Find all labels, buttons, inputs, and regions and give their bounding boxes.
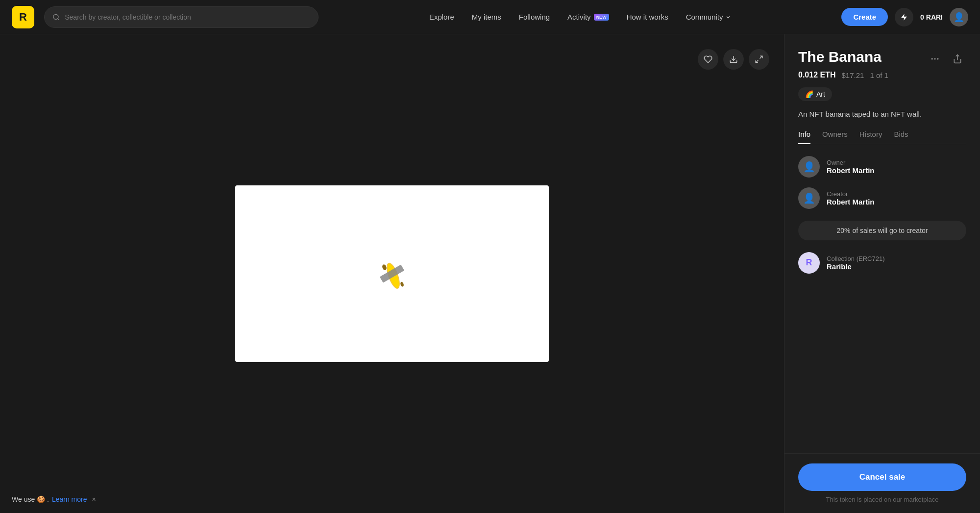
price-row: 0.012 ETH $17.21 1 of 1 [798, 71, 966, 79]
creator-label: Creator [827, 190, 875, 198]
collection-avatar: R [798, 252, 820, 274]
share-button[interactable] [949, 50, 966, 68]
svg-point-8 [382, 264, 388, 271]
cancel-sale-button[interactable]: Cancel sale [798, 463, 966, 491]
svg-line-1 [58, 18, 59, 20]
svg-line-4 [760, 56, 762, 58]
nav-item-community[interactable]: Community [679, 9, 738, 25]
marketplace-note: This token is placed on our marketplace [798, 496, 966, 503]
sidebar-header: The Banana [798, 48, 966, 68]
cookie-banner: We use 🍪 . Learn more × [12, 495, 96, 503]
price-usd: $17.21 [841, 71, 864, 79]
activity-badge: NEW [594, 14, 609, 21]
avatar[interactable]: 👤 [950, 8, 968, 26]
creator-avatar: 👤 [798, 187, 820, 209]
sidebar-actions [926, 50, 966, 68]
download-button[interactable] [723, 49, 744, 70]
royalty-text: 20% of sales will go to creator [837, 227, 928, 234]
nav-item-my-items[interactable]: My items [465, 9, 508, 25]
banana-artwork [370, 252, 414, 296]
category-label: Art [816, 90, 825, 98]
nav-item-following[interactable]: Following [512, 9, 557, 25]
tab-owners[interactable]: Owners [822, 130, 848, 144]
creator-info: Creator Robert Martin [827, 190, 875, 206]
content-area: We use 🍪 . Learn more × [0, 34, 784, 513]
tab-bids[interactable]: Bids [894, 130, 908, 144]
sidebar-footer: Cancel sale This token is placed on our … [784, 453, 980, 513]
owner-label: Owner [827, 159, 875, 166]
svg-point-12 [934, 58, 935, 59]
create-button[interactable]: Create [841, 8, 888, 26]
download-icon [729, 55, 738, 64]
nav-item-activity[interactable]: Activity NEW [561, 9, 616, 25]
search-bar[interactable] [44, 6, 318, 28]
chevron-down-icon [725, 14, 731, 20]
collection-label: Collection (ERC721) [827, 255, 885, 262]
main-nav: Explore My items Following Activity NEW … [328, 9, 832, 25]
nft-tabs: Info Owners History Bids [798, 130, 966, 144]
svg-point-0 [53, 14, 58, 19]
info-section: 👤 Owner Robert Martin 👤 Creator Robert M… [798, 156, 966, 283]
nft-description: An NFT banana taped to an NFT wall. [798, 109, 966, 120]
nft-title: The Banana [798, 48, 882, 66]
owner-info: Owner Robert Martin [827, 159, 875, 175]
edition: 1 of 1 [870, 71, 888, 79]
main-header: R Explore My items Following Activity NE… [0, 0, 980, 34]
royalty-bar: 20% of sales will go to creator [798, 221, 966, 240]
lightning-button[interactable] [895, 8, 913, 26]
learn-more-link[interactable]: Learn more [52, 495, 87, 503]
logo[interactable]: R [12, 6, 34, 28]
rainbow-icon: 🌈 [805, 90, 813, 98]
category-tag[interactable]: 🌈 Art [798, 87, 832, 101]
nft-image-container [235, 185, 549, 362]
svg-point-9 [400, 282, 404, 287]
more-options-button[interactable] [926, 50, 944, 68]
expand-button[interactable] [749, 49, 769, 70]
more-icon [930, 54, 940, 64]
cookie-close-button[interactable]: × [92, 495, 96, 503]
owner-name: Robert Martin [827, 166, 875, 175]
svg-point-13 [937, 58, 938, 59]
rari-balance: 0 RARI [920, 13, 943, 21]
nav-item-explore[interactable]: Explore [422, 9, 461, 25]
main-content: We use 🍪 . Learn more × The Banana [0, 34, 980, 513]
share-icon [953, 54, 962, 64]
collection-info: Collection (ERC721) Rarible [827, 255, 885, 271]
nft-action-buttons [698, 49, 769, 70]
price-eth: 0.012 ETH [798, 71, 835, 79]
header-right: Create 0 RARI 👤 [841, 8, 968, 26]
owner-avatar: 👤 [798, 156, 820, 178]
search-input[interactable] [65, 13, 310, 21]
collection-row: R Collection (ERC721) Rarible [798, 252, 966, 274]
tab-info[interactable]: Info [798, 130, 810, 144]
search-icon [52, 13, 60, 21]
nft-sidebar: The Banana 0.012 ETH $17.21 1 of 1 � [784, 34, 980, 513]
svg-marker-2 [901, 14, 907, 20]
like-button[interactable] [698, 49, 718, 70]
svg-line-5 [756, 60, 758, 63]
expand-icon [755, 55, 763, 64]
nav-item-how-it-works[interactable]: How it works [620, 9, 675, 25]
cookie-text: We use 🍪 . [12, 495, 49, 503]
heart-icon [704, 55, 712, 64]
owner-row: 👤 Owner Robert Martin [798, 156, 966, 178]
svg-point-11 [931, 58, 933, 59]
creator-row: 👤 Creator Robert Martin [798, 187, 966, 209]
tab-history[interactable]: History [859, 130, 882, 144]
creator-name: Robert Martin [827, 198, 875, 206]
collection-name: Rarible [827, 262, 885, 271]
lightning-icon [900, 13, 908, 21]
